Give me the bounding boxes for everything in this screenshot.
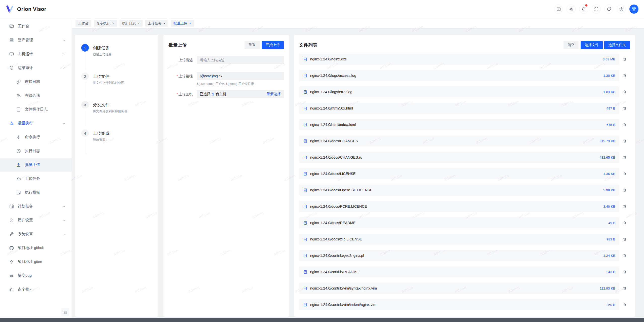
- sun-button[interactable]: [567, 5, 576, 14]
- page-tab[interactable]: 执行日志 ×: [119, 20, 143, 27]
- file-text-icon: [303, 221, 307, 225]
- sidebar-item[interactable]: 项目地址 gitee: [0, 255, 72, 269]
- sidebar-item[interactable]: 资产管理: [0, 33, 72, 47]
- file-row: nginx-1.24.0/docs/zlib.LICENSE 983 B: [299, 234, 630, 245]
- app-title: Orion Visor: [17, 6, 46, 12]
- page-tab[interactable]: 上传任务 ×: [145, 20, 168, 27]
- select-files-button[interactable]: 选择文件: [581, 41, 603, 49]
- file-name: nginx-1.24.0/contrib/vim/syntax/nginx.vi…: [310, 286, 377, 290]
- file-name: nginx-1.24.0/docs/LICENSE: [310, 172, 356, 176]
- file-row: nginx-1.24.0/contrib/vim/syntax/nginx.vi…: [299, 283, 630, 294]
- page-tab[interactable]: 命令执行 ×: [94, 20, 117, 27]
- delete-file-button[interactable]: [619, 123, 630, 127]
- trash-icon: [623, 74, 627, 78]
- sidebar-item[interactable]: 文件操作日志: [0, 102, 72, 116]
- file-log-icon: [16, 107, 21, 112]
- content-area: 1 创建任务 创建上传任务 2 上传文件 将文件上传到临时分区 3 分发文件 将…: [72, 28, 644, 318]
- tab-label: 批量上传: [174, 21, 187, 26]
- host-selected-suffix: 台主机: [216, 92, 226, 96]
- delete-file-button[interactable]: [619, 286, 630, 290]
- bell-icon: [581, 7, 586, 12]
- sidebar-item[interactable]: 在线会话: [0, 89, 72, 102]
- chevron-down-icon: [62, 218, 66, 222]
- fullscreen-button[interactable]: [592, 5, 601, 14]
- delete-file-button[interactable]: [619, 254, 630, 258]
- avatar[interactable]: 管: [629, 5, 638, 14]
- sidebar-item[interactable]: 主机运维: [0, 47, 72, 61]
- form-panel-title: 批量上传: [169, 42, 187, 48]
- page-tab[interactable]: 工作台: [75, 20, 91, 27]
- sidebar-item[interactable]: 上传任务: [0, 172, 72, 186]
- sidebar-item[interactable]: 点个赞~: [0, 282, 72, 296]
- fullscreen-icon: [594, 7, 599, 12]
- reselect-hosts-link[interactable]: 重新选择: [267, 92, 281, 96]
- file-row: nginx-1.24.0/docs/OpenSSL.LICENSE 5.98 K…: [299, 185, 630, 196]
- tab-close-icon[interactable]: ×: [112, 22, 114, 25]
- delete-file-button[interactable]: [619, 155, 630, 159]
- gear-button[interactable]: [617, 5, 626, 14]
- trash-icon: [623, 139, 627, 143]
- sidebar-item[interactable]: 工作台: [0, 19, 72, 33]
- delete-file-button[interactable]: [619, 237, 630, 241]
- delete-file-button[interactable]: [619, 172, 630, 176]
- sidebar-item[interactable]: 执行模板: [0, 186, 72, 199]
- bell-button[interactable]: [579, 5, 588, 14]
- cloud-icon: [16, 176, 21, 181]
- delete-file-button[interactable]: [619, 139, 630, 143]
- sidebar-item[interactable]: 提交bug: [0, 269, 72, 282]
- link-icon: [16, 79, 21, 84]
- upload-path-input[interactable]: [197, 72, 284, 80]
- code-button[interactable]: [554, 5, 563, 14]
- file-size: 482.65 KB: [594, 156, 615, 159]
- delete-file-button[interactable]: [619, 188, 630, 192]
- step-number: 2: [81, 73, 89, 80]
- step-description: 释放资源: [93, 138, 152, 142]
- logo[interactable]: Orion Visor: [6, 5, 46, 13]
- sidebar-item[interactable]: 用户设置: [0, 213, 72, 227]
- sidebar-item[interactable]: 连接日志: [0, 75, 72, 89]
- sidebar-item[interactable]: 批量执行: [0, 116, 72, 130]
- upload-description-input[interactable]: [197, 56, 284, 64]
- delete-file-button[interactable]: [619, 74, 630, 78]
- cluster-icon: [9, 121, 14, 126]
- delete-file-button[interactable]: [619, 221, 630, 225]
- trash-icon: [623, 237, 627, 241]
- sidebar-item[interactable]: 执行日志: [0, 144, 72, 158]
- delete-file-button[interactable]: [619, 303, 630, 307]
- sidebar-item[interactable]: 系统设置: [0, 227, 72, 241]
- step-title: 创建任务: [93, 44, 152, 52]
- refresh-icon: [607, 7, 611, 12]
- file-name: nginx-1.24.0/contrib/geo2nginx.pl: [310, 254, 364, 258]
- file-text-icon: [303, 237, 307, 241]
- file-name: nginx-1.24.0/contrib/README: [310, 270, 359, 274]
- delete-file-button[interactable]: [619, 106, 630, 110]
- sidebar-item[interactable]: 计划任务: [0, 199, 72, 213]
- collapse-sidebar-button[interactable]: [61, 308, 69, 316]
- file-text-icon: [303, 139, 307, 143]
- reset-button[interactable]: 重置: [245, 41, 260, 49]
- tab-close-icon[interactable]: ×: [138, 22, 140, 25]
- upload-icon: [16, 162, 21, 167]
- start-upload-button[interactable]: 开始上传: [262, 41, 284, 49]
- upload-description-label: 上传描述: [169, 56, 193, 64]
- tab-close-icon[interactable]: ×: [164, 22, 166, 25]
- file-row: nginx-1.24.0/docs/PCRE.LICENCE 3.40 KB: [299, 201, 630, 212]
- delete-file-button[interactable]: [619, 270, 630, 274]
- file-row: nginx-1.24.0/docs/CHANGES.ru 482.65 KB: [299, 152, 630, 163]
- upload-path-row: 上传路径: [169, 72, 284, 80]
- delete-file-button[interactable]: [619, 204, 630, 208]
- delete-file-button[interactable]: [619, 57, 630, 61]
- page-tab[interactable]: 批量上传 ×: [171, 20, 194, 27]
- batch-upload-form-panel: 批量上传 重置 开始上传 上传描述 上传路径 ${user: [164, 35, 289, 317]
- sidebar-item[interactable]: 项目地址 github: [0, 241, 72, 255]
- file-name: nginx-1.24.0/html/50x.html: [310, 106, 353, 110]
- clear-files-button[interactable]: 清空: [564, 41, 579, 49]
- sidebar-item[interactable]: 命令执行: [0, 130, 72, 144]
- tab-close-icon[interactable]: ×: [189, 22, 191, 25]
- select-folder-button[interactable]: 选择文件夹: [604, 41, 630, 49]
- refresh-button[interactable]: [604, 5, 613, 14]
- sidebar-item[interactable]: 批量上传: [0, 158, 72, 172]
- chevron-up-icon: [62, 121, 66, 125]
- delete-file-button[interactable]: [619, 90, 630, 94]
- sidebar-item[interactable]: 运维审计: [0, 61, 72, 75]
